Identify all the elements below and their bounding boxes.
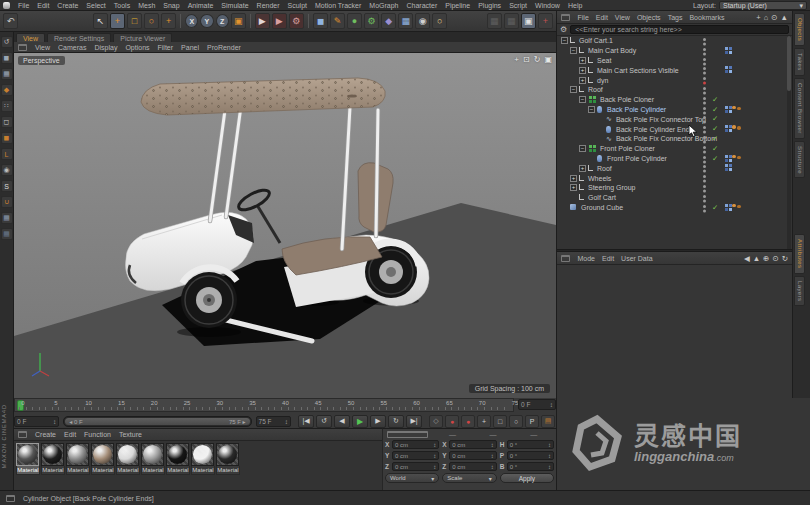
add-tool-icon[interactable]: + [161, 13, 176, 29]
up-icon[interactable]: ▲ [753, 254, 760, 263]
material-item[interactable]: Material [191, 443, 215, 475]
range-slider[interactable]: ◂ 0 F 75 F ▸ [63, 416, 251, 427]
expander-expand-icon[interactable]: + [579, 165, 586, 172]
deformers-icon[interactable]: ◆ [381, 13, 396, 29]
key-parameter-button[interactable]: P [525, 415, 539, 428]
om-menu-view[interactable]: View [611, 14, 633, 21]
back-icon[interactable]: ◀ [744, 254, 750, 263]
key-presets-button[interactable]: ▤ [541, 415, 555, 428]
menu-mesh[interactable]: Mesh [134, 2, 159, 9]
mat-menu-texture[interactable]: Texture [115, 431, 146, 438]
stepper-icon[interactable]: ↕ [285, 418, 288, 425]
menu-mograph[interactable]: MoGraph [365, 2, 402, 9]
side-tab-takes[interactable]: Takes [794, 48, 805, 76]
vp-menu-prorender[interactable]: ProRender [203, 44, 245, 51]
points-mode-icon[interactable]: ∷ [1, 100, 13, 112]
axis-tool-icon[interactable]: + [538, 13, 553, 29]
expander-expand-icon[interactable]: + [579, 67, 586, 74]
tree-item-front-pole-cylinder[interactable]: Front Pole Cylinder✓ [557, 154, 792, 164]
current-frame-field[interactable]: 0 F ↕ [518, 399, 556, 410]
expander-collapse-icon[interactable]: − [579, 96, 586, 103]
workplane-lock-icon[interactable]: ▦ [1, 228, 13, 240]
coord-system-icon[interactable]: ▣ [231, 13, 246, 29]
visibility-dots-icon[interactable] [703, 205, 706, 208]
mat-menu-function[interactable]: Function [80, 431, 115, 438]
menu-script[interactable]: Script [505, 2, 531, 9]
blue-tag-icon[interactable] [725, 164, 728, 167]
edges-mode-icon[interactable]: ◻ [1, 116, 13, 128]
grid-ghost-icon[interactable]: ▦ [504, 13, 519, 29]
menu-pipeline[interactable]: Pipeline [441, 2, 474, 9]
range-end-field[interactable]: 75 F ↕ [256, 416, 291, 427]
tree-item-roof[interactable]: +Roof [557, 163, 792, 173]
jump-top-icon[interactable]: ▲ [781, 13, 788, 22]
orange-tag-icon[interactable] [732, 204, 736, 208]
rotate-icon[interactable]: ○ [144, 13, 159, 29]
coord-field-x[interactable]: 0 cm↕ [392, 440, 439, 449]
menu-render[interactable]: Render [253, 2, 284, 9]
workplane-grid-icon[interactable]: ▦ [1, 212, 13, 224]
menu-snap[interactable]: Snap [159, 2, 183, 9]
mat-menu-create[interactable]: Create [31, 431, 60, 438]
pick-icon[interactable]: + [756, 13, 760, 22]
tree-item-golf-cart[interactable]: Golf Cart [557, 193, 792, 203]
draw-spline-icon[interactable]: ✎ [330, 13, 345, 29]
tweak-mode-icon[interactable]: ◉ [1, 164, 13, 176]
visibility-dots-icon[interactable] [703, 195, 706, 198]
coord-field-x[interactable]: 0 cm↕ [449, 440, 496, 449]
pan-view-icon[interactable]: + [514, 55, 519, 64]
expander-collapse-icon[interactable]: − [561, 37, 568, 44]
material-item[interactable]: Material [91, 443, 115, 475]
visibility-dots-icon[interactable] [703, 87, 706, 90]
toggle-layout-icon[interactable]: ▣ [544, 55, 552, 64]
timeline-ruler[interactable]: 051015202530354045505560657075 [14, 398, 514, 412]
sync-icon[interactable]: ↻ [782, 254, 788, 263]
panel-icon[interactable] [387, 431, 428, 438]
stepper-icon[interactable]: ↕ [548, 453, 551, 459]
tree-item-seat[interactable]: +Seat [557, 56, 792, 66]
play-backward-button[interactable]: ↺ [316, 415, 332, 428]
stepper-icon[interactable]: ↕ [491, 453, 494, 459]
render-view-icon[interactable]: ▶ [255, 13, 270, 29]
live-selection-icon[interactable]: ↖ [93, 13, 108, 29]
lock-y-icon[interactable]: Y [200, 14, 213, 28]
zoom-view-icon[interactable]: ⊡ [523, 55, 530, 64]
menu-sculpt[interactable]: Sculpt [284, 2, 311, 9]
range-start-field[interactable]: 0 F ↕ [14, 416, 59, 427]
workplane-icon[interactable]: ▣ [521, 13, 536, 29]
blue-tag-icon[interactable] [725, 66, 728, 69]
stepper-icon[interactable]: ↕ [550, 401, 553, 408]
visibility-dots-icon[interactable] [703, 146, 706, 149]
step-forward-button[interactable]: ▶ [370, 415, 386, 428]
camera-icon[interactable]: ◉ [415, 13, 430, 29]
orange-tag-icon[interactable] [732, 125, 736, 129]
menu-tools[interactable]: Tools [110, 2, 134, 9]
tree-item-back-pole-fix-connector-bottom[interactable]: ∿Back Pole Fix Connector Bottom✓ [557, 134, 792, 144]
vp-menu-filter[interactable]: Filter [154, 44, 178, 51]
stepper-icon[interactable]: ↕ [548, 442, 551, 448]
goto-start-button[interactable]: |◀ [298, 415, 314, 428]
visibility-dots-icon[interactable] [703, 107, 706, 110]
blue-tag-icon[interactable] [725, 155, 728, 158]
vp-menu-options[interactable]: Options [121, 44, 153, 51]
menu-file[interactable]: File [14, 2, 33, 9]
tab-render-settings[interactable]: Render Settings [47, 33, 111, 42]
tree-item-back-pole-cloner[interactable]: −Back Pole Cloner✓ [557, 95, 792, 105]
material-item[interactable]: Material [16, 443, 40, 475]
material-item[interactable]: Material [116, 443, 140, 475]
menu-character[interactable]: Character [403, 2, 442, 9]
snap-toggle-icon[interactable]: S [1, 180, 13, 192]
vp-menu-cameras[interactable]: Cameras [54, 44, 90, 51]
visibility-dots-icon[interactable] [703, 38, 706, 41]
tree-item-front-pole-cloner[interactable]: −Front Pole Cloner✓ [557, 144, 792, 154]
stepper-icon[interactable]: ↕ [433, 464, 436, 470]
expander-collapse-icon[interactable]: − [579, 145, 586, 152]
mat-menu-edit[interactable]: Edit [60, 431, 80, 438]
panel-icon[interactable] [18, 44, 27, 51]
render-settings-icon[interactable]: ⚙ [289, 13, 304, 29]
undo-icon[interactable]: ↶ [3, 13, 18, 29]
lock-icon[interactable]: ⊙ [772, 254, 778, 263]
visibility-dots-icon[interactable] [703, 67, 706, 70]
tree-item-golf-cart-1[interactable]: −Golf Cart.1 [557, 36, 792, 46]
material-item[interactable]: Material [141, 443, 165, 475]
